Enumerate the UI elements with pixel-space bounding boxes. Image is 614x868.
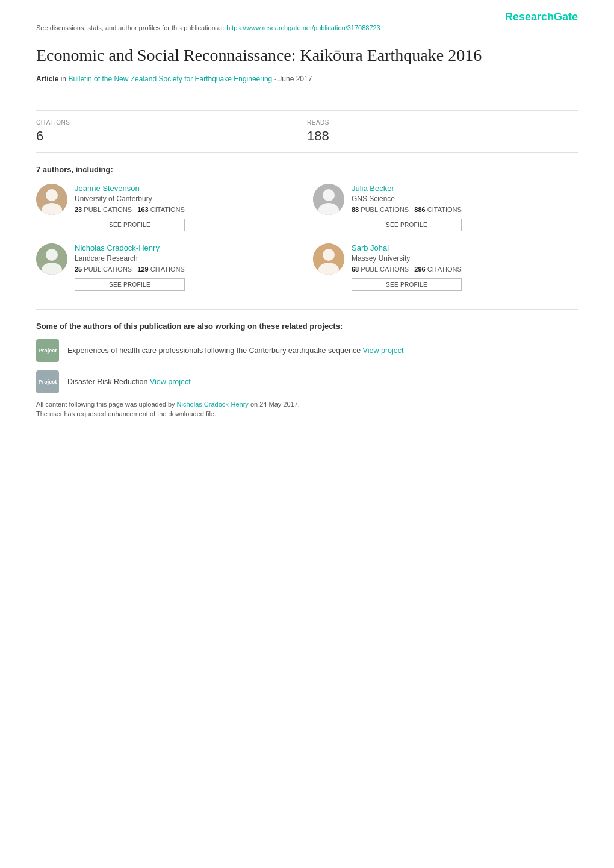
author-info-sarb: Sarb Johal Massey University 68 PUBLICAT…: [352, 243, 462, 291]
author-stats-julia: 88 PUBLICATIONS 886 CITATIONS: [352, 206, 462, 213]
authors-grid: Joanne Stevenson University of Canterbur…: [36, 184, 578, 291]
footer-upload-line: All content following this page was uplo…: [36, 401, 578, 408]
footer-uploader-link[interactable]: Nicholas Cradock-Henry: [177, 401, 249, 408]
project-item-2: Project Disaster Risk Reduction View pro…: [36, 370, 578, 393]
project-text-2: Disaster Risk Reduction View project: [67, 378, 191, 386]
publication-url-link[interactable]: https://www.researchgate.net/publication…: [226, 24, 380, 31]
author-name-joanne[interactable]: Joanne Stevenson: [75, 184, 185, 193]
author-stats-nicholas: 25 PUBLICATIONS 129 CITATIONS: [75, 266, 185, 273]
author-info-nicholas: Nicholas Cradock-Henry Landcare Research…: [75, 243, 185, 291]
project-view-link-1[interactable]: View project: [363, 346, 404, 355]
author-stats-joanne: 23 PUBLICATIONS 163 CITATIONS: [75, 206, 185, 213]
project-view-link-2[interactable]: View project: [150, 378, 191, 386]
author-card-joanne: Joanne Stevenson University of Canterbur…: [36, 184, 301, 231]
avatar-julia: [313, 184, 344, 215]
avatar-nicholas: [36, 243, 67, 275]
reads-block: READS 188: [307, 119, 578, 144]
citations-block: CITATIONS 6: [36, 119, 307, 144]
author-affiliation-joanne: University of Canterbury: [75, 195, 185, 203]
author-stats-sarb: 68 PUBLICATIONS 296 CITATIONS: [352, 266, 462, 273]
see-profile-button-joanne[interactable]: SEE PROFILE: [75, 219, 185, 231]
project-badge-2: Project: [36, 370, 59, 393]
svg-point-10: [323, 249, 335, 261]
author-name-sarb[interactable]: Sarb Johal: [352, 243, 462, 252]
related-projects-heading: Some of the authors of this publication …: [36, 322, 578, 331]
footer-request-line: The user has requested enhancement of th…: [36, 410, 578, 417]
avatar-sarb: [313, 243, 344, 275]
svg-point-4: [323, 189, 335, 201]
author-affiliation-julia: GNS Science: [352, 195, 462, 203]
citations-value: 6: [36, 128, 307, 144]
stats-row: CITATIONS 6 READS 188: [36, 110, 578, 153]
project-text-1: Experiences of health care professionals…: [67, 346, 403, 355]
reads-value: 188: [307, 128, 578, 144]
authors-heading: 7 authors, including:: [36, 165, 578, 174]
author-card-nicholas: Nicholas Cradock-Henry Landcare Research…: [36, 243, 301, 291]
author-info-julia: Julia Becker GNS Science 88 PUBLICATIONS…: [352, 184, 462, 231]
reads-label: READS: [307, 119, 578, 126]
citations-label: CITATIONS: [36, 119, 307, 126]
see-profile-button-sarb[interactable]: SEE PROFILE: [352, 278, 462, 291]
author-name-julia[interactable]: Julia Becker: [352, 184, 462, 193]
divider-top: [36, 98, 578, 98]
project-item-1: Project Experiences of health care profe…: [36, 339, 578, 362]
author-info-joanne: Joanne Stevenson University of Canterbur…: [75, 184, 185, 231]
footer: All content following this page was uplo…: [36, 401, 578, 420]
see-profile-button-nicholas[interactable]: SEE PROFILE: [75, 278, 185, 291]
author-affiliation-sarb: Massey University: [352, 254, 462, 263]
see-discussions-text: See discussions, stats, and author profi…: [36, 24, 578, 31]
svg-point-7: [46, 249, 58, 261]
author-card-sarb: Sarb Johal Massey University 68 PUBLICAT…: [313, 243, 578, 291]
paper-title: Economic and Social Reconnaissance: Kaik…: [36, 45, 578, 66]
divider-related: [36, 309, 578, 310]
avatar-joanne: [36, 184, 67, 215]
journal-link[interactable]: Bulletin of the New Zealand Society for …: [68, 75, 272, 83]
article-meta: Article in Bulletin of the New Zealand S…: [36, 75, 578, 83]
author-card-julia: Julia Becker GNS Science 88 PUBLICATIONS…: [313, 184, 578, 231]
researchgate-logo: ResearchGate: [505, 11, 578, 23]
author-affiliation-nicholas: Landcare Research: [75, 254, 185, 263]
project-badge-1: Project: [36, 339, 59, 362]
see-profile-button-julia[interactable]: SEE PROFILE: [352, 219, 462, 231]
svg-point-1: [46, 189, 58, 201]
author-name-nicholas[interactable]: Nicholas Cradock-Henry: [75, 243, 185, 252]
